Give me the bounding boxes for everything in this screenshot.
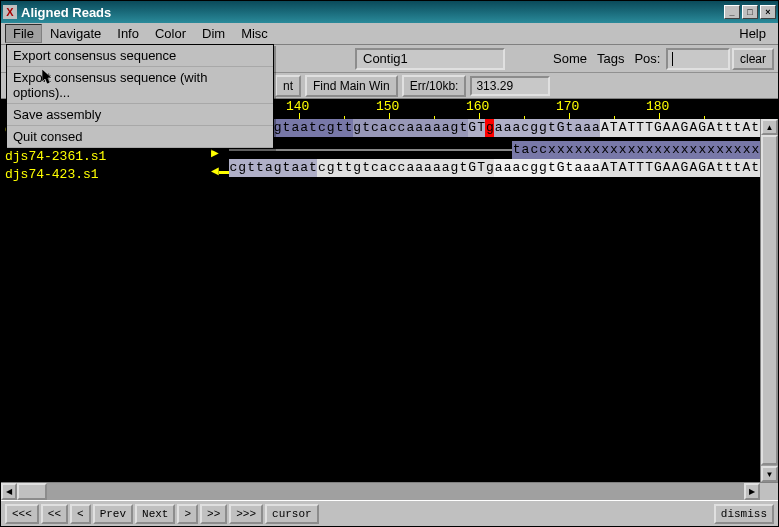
- menubar: File Navigate Info Color Dim Misc Help: [1, 23, 778, 45]
- close-button[interactable]: ×: [760, 5, 776, 19]
- menu-info[interactable]: Info: [109, 24, 147, 43]
- window-title: Aligned Reads: [21, 5, 722, 20]
- read-2-sequence: cgttagtaatcgttgtcaccaaaaagtGTgaaacggtGta…: [229, 159, 760, 177]
- nav-back-2[interactable]: <<: [41, 504, 68, 524]
- minimize-button[interactable]: _: [724, 5, 740, 19]
- scroll-up-button[interactable]: ▲: [761, 119, 778, 135]
- read-name-1: djs74-2361.s1: [1, 147, 211, 165]
- nav-fwd-2[interactable]: >>: [200, 504, 227, 524]
- menu-navigate[interactable]: Navigate: [42, 24, 109, 43]
- nt-button[interactable]: nt: [275, 75, 301, 97]
- err-10kb-button[interactable]: Err/10kb:: [402, 75, 467, 97]
- read-1-sequence: taccxxxxxxxxxxxxxxxxxxxxxxxx: [229, 141, 760, 159]
- tick-150: 150: [376, 99, 399, 114]
- next-button[interactable]: Next: [135, 504, 175, 524]
- tick-140: 140: [286, 99, 309, 114]
- sequence-column[interactable]: cgttagtaatcgttgtcaccaaaaagtGTgaaacggtGta…: [229, 119, 760, 482]
- some-label: Some: [549, 51, 591, 66]
- ruler-ticks: 140 150 160 170 180: [211, 99, 760, 119]
- menu-quit-consed[interactable]: Quit consed: [7, 126, 273, 148]
- tick-180: 180: [646, 99, 669, 114]
- scroll-right-button[interactable]: ▶: [744, 483, 760, 500]
- horizontal-scrollbar[interactable]: ◀ ▶: [1, 482, 778, 500]
- dismiss-button[interactable]: dismiss: [714, 504, 774, 524]
- file-dropdown: Export consensus sequence Export consens…: [6, 44, 274, 149]
- nav-fwd-3[interactable]: >>>: [229, 504, 263, 524]
- tick-170: 170: [556, 99, 579, 114]
- bottom-nav-bar: <<< << < Prev Next > >> >>> cursor dismi…: [1, 500, 778, 526]
- contig-field[interactable]: Contig1: [355, 48, 505, 70]
- scroll-left-button[interactable]: ◀: [1, 483, 17, 500]
- vertical-scrollbar[interactable]: ▲ ▼: [760, 119, 778, 482]
- pos-label: Pos:: [630, 51, 664, 66]
- find-main-win-button[interactable]: Find Main Win: [305, 75, 398, 97]
- read-names-column: CONSENSUS djs74-2361.s1 djs74-423.s1: [1, 119, 211, 482]
- nav-back-3[interactable]: <<<: [5, 504, 39, 524]
- menu-misc[interactable]: Misc: [233, 24, 276, 43]
- menu-color[interactable]: Color: [147, 24, 194, 43]
- hscroll-thumb[interactable]: [17, 483, 47, 500]
- nav-fwd-1[interactable]: >: [177, 504, 198, 524]
- vscroll-thumb[interactable]: [761, 135, 778, 465]
- strand-arrow-icon: ◀▬: [211, 165, 229, 176]
- menu-dim[interactable]: Dim: [194, 24, 233, 43]
- tags-label: Tags: [593, 51, 628, 66]
- consensus-sequence: cgttagtaatcgttgtcaccaaaaagtGTgaaacggtGta…: [229, 119, 760, 137]
- pos-input[interactable]: [666, 48, 730, 70]
- read-name-2: djs74-423.s1: [1, 165, 211, 183]
- mouse-cursor-icon: [42, 69, 56, 87]
- scroll-down-button[interactable]: ▼: [761, 466, 778, 482]
- nav-back-1[interactable]: <: [70, 504, 91, 524]
- cursor-button[interactable]: cursor: [265, 504, 319, 524]
- menu-file[interactable]: File: [5, 24, 42, 43]
- err-value-field: 313.29: [470, 76, 550, 96]
- titlebar: X Aligned Reads _ □ ×: [1, 1, 778, 23]
- menu-save-assembly[interactable]: Save assembly: [7, 104, 273, 126]
- menu-export-consensus[interactable]: Export consensus sequence: [7, 45, 273, 67]
- app-icon: X: [3, 5, 17, 19]
- menu-help[interactable]: Help: [731, 24, 774, 43]
- maximize-button[interactable]: □: [742, 5, 758, 19]
- sequence-area: CONSENSUS djs74-2361.s1 djs74-423.s1 ▶ ◀…: [1, 119, 778, 482]
- tick-160: 160: [466, 99, 489, 114]
- clear-button[interactable]: clear: [732, 48, 774, 70]
- prev-button[interactable]: Prev: [93, 504, 133, 524]
